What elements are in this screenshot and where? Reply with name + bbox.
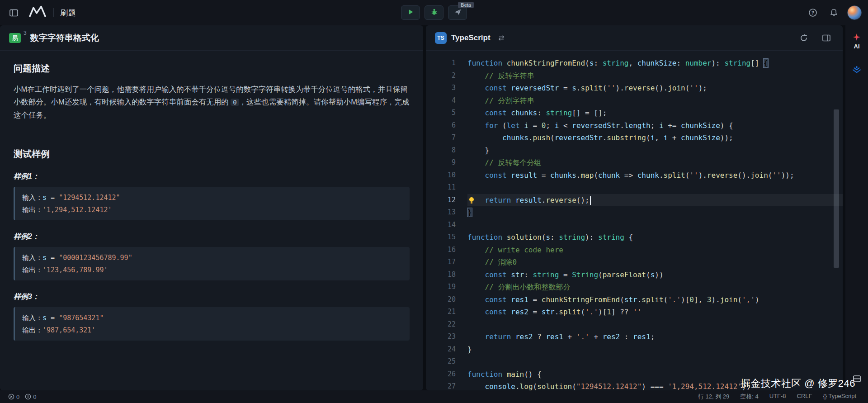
example-item: 样例1：输入：s = "1294512.12412"输出：'1,294,512.… (14, 172, 410, 220)
code-token: split (559, 308, 580, 316)
split-layout-icon[interactable] (819, 31, 834, 45)
code-line[interactable] (467, 356, 843, 368)
console-toggle-icon[interactable] (849, 371, 864, 386)
line-number[interactable]: 12 (426, 194, 456, 207)
notifications-bell-icon[interactable] (826, 5, 841, 20)
line-number[interactable]: 10 (426, 169, 456, 182)
code-line[interactable]: } (467, 206, 843, 219)
code-line[interactable]: return result.reverse(); (467, 194, 843, 207)
line-number[interactable]: 14 (426, 219, 456, 232)
reset-code-icon[interactable] (797, 31, 811, 45)
statusbar-item[interactable]: 空格: 4 (740, 393, 758, 401)
code-line[interactable] (467, 219, 843, 232)
line-number[interactable]: 2 (426, 70, 456, 82)
code-line[interactable]: function solution(s: string): string { (467, 231, 843, 244)
code-line[interactable]: function main() { (467, 368, 843, 381)
line-number[interactable]: 19 (426, 281, 456, 294)
code-line[interactable]: for (let i = 0; i < reversedStr.length; … (467, 119, 843, 132)
juejin-logo-icon[interactable] (849, 62, 864, 77)
line-number[interactable]: 3 (426, 82, 456, 95)
code-line[interactable]: const res1 = chunkStringFromEnd(str.spli… (467, 294, 843, 306)
run-tests-button[interactable] (425, 5, 443, 20)
run-button[interactable] (401, 5, 420, 20)
code-line[interactable]: // 反转字符串 (467, 70, 843, 82)
line-number[interactable]: 21 (426, 306, 456, 318)
code-line[interactable] (467, 318, 843, 331)
example-input-row: 输入：s = "1294512.12412" (22, 191, 402, 204)
layout-toggle-icon[interactable] (6, 5, 21, 20)
code-line[interactable] (467, 181, 843, 194)
line-number[interactable]: 4 (426, 95, 456, 107)
nav-item-practice[interactable]: 刷题 (60, 8, 76, 18)
code-line[interactable]: // 反转每个分组 (467, 156, 843, 169)
language-switch-icon[interactable] (496, 33, 507, 43)
info-count: 0 (33, 394, 36, 400)
ai-assistant-button[interactable]: AI (853, 33, 860, 50)
code-line[interactable]: function chunkStringFromEnd(s: string, c… (467, 57, 843, 70)
brand-area[interactable]: 刷题 (28, 5, 76, 20)
statusbar-item[interactable]: {} TypeScript (823, 393, 856, 401)
line-number[interactable]: 23 (426, 331, 456, 343)
line-number[interactable]: 13 (426, 206, 456, 219)
line-number[interactable]: 1 (426, 57, 456, 70)
problem-description-text: 小M在工作时遇到了一个问题，他需要将用户输入的不带千分位逗号的数字字符串转换为带… (14, 83, 410, 121)
help-icon[interactable]: ? (806, 5, 820, 20)
line-number[interactable]: 16 (426, 244, 456, 256)
code-token: s (590, 59, 594, 67)
line-number[interactable]: 5 (426, 107, 456, 119)
code-token: s (546, 233, 550, 242)
info-counter[interactable]: 0 (25, 394, 36, 400)
statusbar-item[interactable]: CRLF (797, 393, 812, 401)
quick-fix-lightbulb-icon[interactable] (468, 197, 475, 204)
line-number[interactable]: 15 (426, 231, 456, 244)
code-token (467, 258, 485, 266)
submit-button[interactable]: Beta (448, 5, 467, 20)
statusbar-item[interactable]: 行 12, 列 29 (698, 393, 729, 401)
code-token: '1,294,512.12412' (668, 382, 742, 390)
problem-content[interactable]: 问题描述 小M在工作时遇到了一个问题，他需要将用户输入的不带千分位逗号的数字字符… (0, 51, 423, 390)
line-number[interactable]: 7 (426, 132, 456, 144)
error-counter[interactable]: 0 (8, 394, 19, 400)
line-number[interactable]: 25 (426, 356, 456, 368)
line-number[interactable]: 24 (426, 343, 456, 356)
code-token: )[ (598, 308, 607, 316)
code-line[interactable]: chunks.push(reversedStr.substring(i, i +… (467, 132, 843, 144)
code-line[interactable]: const res2 = str.split('.')[1] ?? '' (467, 306, 843, 318)
code-token (502, 233, 507, 242)
line-number[interactable]: 17 (426, 256, 456, 269)
problems-counters[interactable]: 0 0 (8, 394, 36, 400)
code-token: string (559, 233, 585, 242)
code-line[interactable]: const chunks: string[] = []; (467, 107, 843, 119)
line-number[interactable]: 8 (426, 144, 456, 157)
code-token: ( (581, 308, 585, 316)
code-line[interactable]: return res2 ? res1 + '.' + res2 : res1; (467, 331, 843, 343)
editor-vertical-scrollbar[interactable] (834, 109, 839, 268)
code-token: = (528, 121, 542, 130)
code-token: function (467, 59, 502, 67)
code-line[interactable]: const reversedStr = s.split('').reverse(… (467, 82, 843, 95)
code-token: : (676, 59, 685, 67)
line-number[interactable]: 27 (426, 380, 456, 390)
line-number[interactable]: 11 (426, 181, 456, 194)
line-number[interactable]: 18 (426, 269, 456, 281)
code-token: } (467, 208, 472, 217)
code-line[interactable]: // 消除0 (467, 256, 843, 269)
line-number[interactable]: 26 (426, 368, 456, 381)
code-line[interactable]: } (467, 144, 843, 157)
code-token (507, 308, 511, 316)
line-number[interactable]: 20 (426, 294, 456, 306)
line-number[interactable]: 6 (426, 119, 456, 132)
code-line[interactable]: const str: string = String(parseFloat(s)… (467, 269, 843, 281)
code-editor[interactable]: 1234567891011121314151617181920212223242… (426, 51, 843, 390)
code-line[interactable]: console.log(solution("1294512.12412") ==… (467, 380, 843, 390)
code-token: const (485, 109, 507, 117)
line-number[interactable]: 22 (426, 318, 456, 331)
statusbar-item[interactable]: UTF-8 (769, 393, 786, 401)
code-line[interactable]: // 分割出小数和整数部分 (467, 281, 843, 294)
line-number[interactable]: 9 (426, 156, 456, 169)
code-line[interactable]: } (467, 343, 843, 356)
user-avatar[interactable] (847, 5, 862, 20)
code-line[interactable]: const result = chunks.map(chunk => chunk… (467, 169, 843, 182)
code-line[interactable]: // write code here (467, 244, 843, 256)
code-line[interactable]: // 分割字符串 (467, 95, 843, 107)
